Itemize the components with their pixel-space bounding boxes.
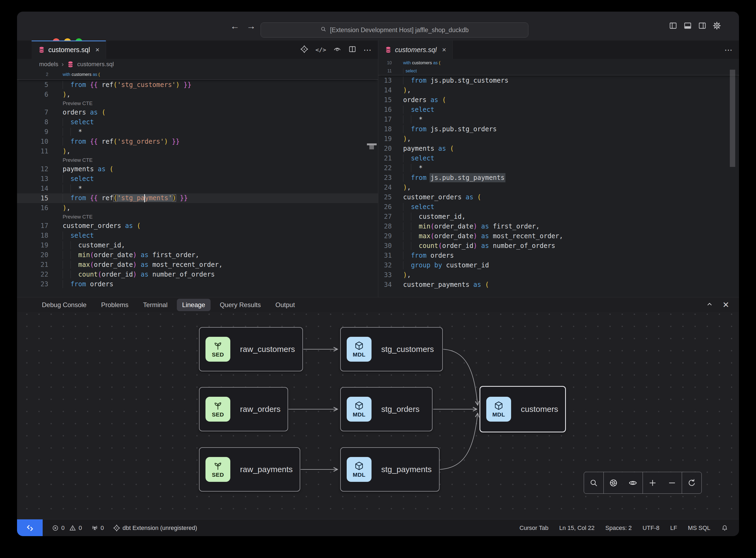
- more-icon[interactable]: ⋯: [363, 45, 372, 55]
- code-line[interactable]: 2with customers as (: [17, 70, 378, 79]
- code-line[interactable]: 21 select: [378, 153, 739, 163]
- lineage-node-raw_customers[interactable]: SEDraw_customers: [199, 327, 303, 371]
- code-line[interactable]: 33),: [378, 270, 739, 280]
- code-line[interactable]: 10 from {{ ref('stg_orders') }}: [17, 137, 378, 146]
- lineage-node-raw_orders[interactable]: SEDraw_orders: [199, 387, 288, 431]
- code-line[interactable]: 7orders as (: [17, 107, 378, 117]
- lineage-node-stg_customers[interactable]: MDLstg_customers: [340, 327, 443, 371]
- sticky-scroll[interactable]: 10with customers as (11 select: [378, 59, 739, 75]
- code-line[interactable]: 11),: [17, 146, 378, 156]
- code-line[interactable]: 23 from orders: [17, 279, 378, 289]
- toggle-visibility-button[interactable]: [623, 473, 643, 493]
- preview-eye-icon[interactable]: [333, 45, 341, 54]
- settings-gear-icon[interactable]: [712, 21, 721, 31]
- layout-sidebar-right-icon[interactable]: [698, 21, 707, 31]
- code-line[interactable]: 11 select: [378, 67, 739, 75]
- codelens-link[interactable]: Preview CTE: [17, 156, 378, 164]
- code-line[interactable]: 16),: [17, 203, 378, 213]
- more-icon[interactable]: ⋯: [724, 45, 733, 55]
- code-line[interactable]: 18 from js.pub.stg_orders: [378, 124, 739, 134]
- remote-indicator[interactable]: [17, 519, 43, 536]
- forward-button[interactable]: →: [246, 21, 256, 31]
- code-line[interactable]: 21 max(order_date) as most_recent_order,: [17, 260, 378, 270]
- panel-tab-debug-console[interactable]: Debug Console: [36, 299, 92, 311]
- eol-status[interactable]: LF: [670, 525, 677, 532]
- panel-tab-problems[interactable]: Problems: [96, 299, 134, 311]
- problems-status[interactable]: 0 0: [52, 525, 82, 532]
- code-line[interactable]: 23 from js.pub.stg_payments: [378, 173, 739, 183]
- layout-sidebar-left-icon[interactable]: [669, 21, 677, 31]
- code-line[interactable]: 20payments as (: [378, 144, 739, 153]
- close-panel-icon[interactable]: ✕: [723, 300, 729, 309]
- code-line[interactable]: 22 count(order_id) as number_of_orders: [17, 270, 378, 279]
- dbt-extension-status[interactable]: dbt Extension (unregistered): [113, 525, 197, 532]
- close-tab-icon[interactable]: ×: [442, 46, 446, 54]
- code-line[interactable]: 19 customer_id,: [17, 240, 378, 250]
- cursor-position-status[interactable]: Ln 15, Col 22: [559, 525, 595, 532]
- codelens-link[interactable]: Preview CTE: [17, 99, 378, 107]
- close-tab-icon[interactable]: ×: [95, 46, 99, 54]
- tab-customers-sql-compiled[interactable]: customers.sql ×: [378, 41, 453, 59]
- lineage-node-stg_orders[interactable]: MDLstg_orders: [340, 387, 433, 431]
- code-line[interactable]: 12payments as (: [17, 164, 378, 174]
- ports-status[interactable]: 0: [91, 525, 104, 532]
- command-center[interactable]: [Extension Development Host] jaffle_shop…: [261, 22, 528, 37]
- code-line[interactable]: 30 count(order_id) as number_of_orders: [378, 241, 739, 251]
- panel-tab-lineage[interactable]: Lineage: [177, 299, 211, 311]
- code-line[interactable]: 22 *: [378, 163, 739, 173]
- snapshot-button[interactable]: [604, 473, 623, 493]
- panel-tab-output[interactable]: Output: [270, 299, 300, 311]
- cursor-tab-status[interactable]: Cursor Tab: [520, 525, 548, 532]
- code-line[interactable]: 34customer_payments as (: [378, 280, 739, 289]
- code-line[interactable]: 17 *: [378, 115, 739, 124]
- code-line[interactable]: 26 select: [378, 202, 739, 212]
- code-line[interactable]: 10with customers as (: [378, 59, 739, 67]
- code-line[interactable]: 29 max(order_date) as most_recent_order,: [378, 231, 739, 241]
- tab-customers-sql[interactable]: customers.sql ×: [32, 41, 106, 59]
- indentation-status[interactable]: Spaces: 2: [605, 525, 632, 532]
- reset-view-button[interactable]: [682, 473, 701, 493]
- code-line[interactable]: 31 from orders: [378, 251, 739, 260]
- panel-tab-query-results[interactable]: Query Results: [214, 299, 266, 311]
- code-line[interactable]: 24),: [378, 183, 739, 192]
- encoding-status[interactable]: UTF-8: [643, 525, 659, 532]
- code-line[interactable]: 15 from {{ ref('stg_payments') }}: [17, 194, 378, 203]
- lineage-canvas[interactable]: SEDraw_customersMDLstg_customersSEDraw_o…: [17, 312, 739, 519]
- code-line[interactable]: 9 *: [17, 127, 378, 137]
- dbt-icon[interactable]: [300, 45, 308, 54]
- sticky-scroll[interactable]: 2with customers as (: [17, 70, 378, 80]
- zoom-in-button[interactable]: [643, 473, 662, 493]
- code-line[interactable]: 13 from js.pub.stg_customers: [378, 76, 739, 85]
- code-icon[interactable]: </>: [315, 47, 326, 53]
- codelens-link[interactable]: Preview CTE: [17, 213, 378, 221]
- layout-panel-bottom-icon[interactable]: [683, 21, 692, 31]
- code-line[interactable]: 14),: [378, 85, 739, 95]
- code-line[interactable]: 13 select: [17, 174, 378, 184]
- lineage-node-raw_payments[interactable]: SEDraw_payments: [199, 447, 300, 491]
- code-line[interactable]: 27 customer_id,: [378, 212, 739, 222]
- code-line[interactable]: 19),: [378, 134, 739, 144]
- maximize-panel-icon[interactable]: [706, 301, 713, 309]
- split-editor-icon[interactable]: [348, 45, 357, 54]
- code-line[interactable]: 32 group by customer_id: [378, 260, 739, 270]
- notifications-bell-icon[interactable]: [721, 525, 728, 532]
- code-line[interactable]: 25customer_orders as (: [378, 192, 739, 202]
- code-line[interactable]: 20 min(order_date) as first_order,: [17, 250, 378, 260]
- code-line[interactable]: 5 from {{ ref('stg_customers') }}: [17, 80, 378, 90]
- code-line[interactable]: 8 select: [17, 117, 378, 127]
- breadcrumb-file[interactable]: customers.sql: [77, 61, 114, 68]
- lineage-node-customers[interactable]: MDLcustomers: [479, 386, 566, 432]
- code-line[interactable]: 6),: [17, 90, 378, 99]
- code-line[interactable]: 18 select: [17, 231, 378, 240]
- panel-tab-terminal[interactable]: Terminal: [138, 299, 173, 311]
- language-mode-status[interactable]: MS SQL: [688, 525, 710, 532]
- code-line[interactable]: 14 *: [17, 184, 378, 194]
- zoom-out-button[interactable]: [662, 473, 682, 493]
- code-line[interactable]: 17customer_orders as (: [17, 221, 378, 231]
- lineage-node-stg_payments[interactable]: MDLstg_payments: [340, 447, 440, 491]
- code-editor[interactable]: 13 from js.pub.stg_customers14),15orders…: [378, 76, 739, 289]
- code-line[interactable]: 28 min(order_date) as first_order,: [378, 222, 739, 231]
- breadcrumb-folder[interactable]: models: [39, 61, 58, 68]
- code-line[interactable]: 16 select: [378, 105, 739, 115]
- search-button[interactable]: [584, 473, 603, 493]
